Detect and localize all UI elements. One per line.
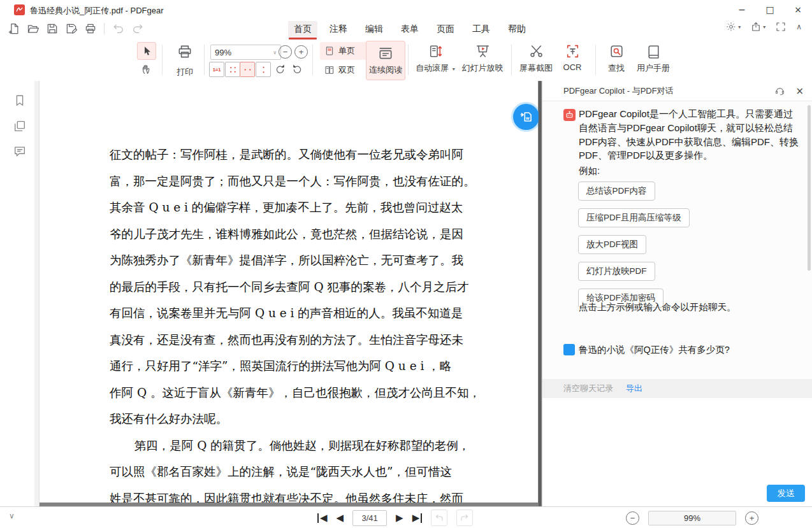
last-page-button[interactable]: ▶ <box>412 513 423 523</box>
copilot-scrollbar[interactable] <box>808 105 811 271</box>
auto-scroll-button[interactable]: 自动滚屏 ▾ <box>413 43 458 74</box>
zoom-combobox[interactable]: 99% ∨ <box>210 45 281 60</box>
single-page-button[interactable]: 单页 <box>320 42 368 60</box>
document-scrollbar[interactable] <box>539 81 541 506</box>
divider <box>595 45 596 75</box>
collapse-ribbon-button[interactable]: ∧ <box>796 22 802 31</box>
support-headset-icon[interactable] <box>774 85 785 96</box>
close-button[interactable]: × <box>784 0 812 19</box>
slideshow-button[interactable]: 幻灯片放映 <box>458 43 507 74</box>
select-tool-button[interactable] <box>137 42 156 60</box>
thumbnails-panel-button[interactable] <box>12 118 27 134</box>
example-zoom-button[interactable]: 放大PDF视图 <box>578 235 646 254</box>
tab-page[interactable]: 页面 <box>431 21 460 38</box>
status-bar: ∨ ◀ ◀ 3/41 ▶ ▶ − 99% + <box>0 506 812 528</box>
user-avatar <box>563 344 575 355</box>
pdfgear-logo-icon <box>14 4 25 15</box>
undo-button[interactable] <box>111 21 126 36</box>
first-page-button[interactable]: ◀ <box>317 513 328 523</box>
actual-size-button[interactable]: 1=1 <box>209 62 224 77</box>
copilot-title: PDFgear Copilot - 与PDF对话 <box>563 85 674 97</box>
chat-actions-bar: 清空聊天记录 导出 <box>542 379 812 398</box>
double-page-button[interactable]: 双页 <box>320 61 368 79</box>
single-page-label: 单页 <box>338 45 355 57</box>
tab-tools[interactable]: 工具 <box>467 21 496 38</box>
scissors-icon <box>528 43 544 59</box>
fit-height-button[interactable] <box>256 62 271 77</box>
document-line: 征文的帖子：写作阿桂，是武断的。又倘使他有一位老兄或令弟叫阿 <box>110 141 481 168</box>
clear-chat-link[interactable]: 清空聊天记录 <box>563 383 613 394</box>
print-label: 打印 <box>167 66 203 78</box>
tab-annotate[interactable]: 注释 <box>324 21 353 38</box>
example-slideshow-button[interactable]: 幻灯片放映PDF <box>578 262 655 281</box>
print-group[interactable]: 打印 <box>167 42 203 78</box>
caret-down-icon: ▾ <box>763 24 765 30</box>
status-zoom-in-button[interactable]: + <box>745 511 758 525</box>
tab-form[interactable]: 表单 <box>395 21 424 38</box>
fit-width-button[interactable] <box>240 62 255 77</box>
ocr-button[interactable]: OCR <box>556 43 589 72</box>
one-to-one-icon: 1=1 <box>213 67 221 73</box>
rotate-clockwise-button[interactable] <box>273 62 287 76</box>
user-manual-button[interactable]: 用户手册 <box>634 43 673 74</box>
copilot-close-button[interactable]: × <box>795 85 804 97</box>
save-as-button[interactable] <box>64 21 78 36</box>
chat-input-area[interactable]: 发送 <box>542 398 812 506</box>
tab-help[interactable]: 帮助 <box>502 21 532 38</box>
zoom-controls: − 99% + <box>626 507 758 528</box>
export-link[interactable]: 导出 <box>626 383 642 394</box>
share-button[interactable]: ▾ <box>750 21 765 32</box>
send-button[interactable]: 发送 <box>767 485 805 502</box>
document-line: 富，那一定是阿贵了；而他又只是一个人：写作阿贵，也没有佐证的。 <box>110 168 481 195</box>
zoom-out-button[interactable]: − <box>279 45 292 59</box>
slideshow-icon <box>475 43 491 59</box>
document-line: 为陈独秀办了《新青年》提倡洋字，所以国粹沦亡，无可查考了。我 <box>110 247 481 274</box>
open-file-button[interactable] <box>25 21 40 36</box>
single-page-icon <box>324 46 335 56</box>
page-number-input[interactable]: 3/41 <box>352 510 387 526</box>
document-line: 爷的儿子茂才先生，谁料博雅如此公，竟也茫然，但据结论说，是因 <box>110 221 481 248</box>
rotate-counterclockwise-button[interactable] <box>290 62 304 76</box>
status-zoom-level[interactable]: 99% <box>648 511 736 525</box>
find-label: 查找 <box>608 62 625 74</box>
zoom-in-button[interactable]: + <box>294 45 308 59</box>
find-button[interactable]: 查找 <box>600 43 632 74</box>
continuous-reading-label: 连续阅读 <box>369 64 402 76</box>
comments-panel-button[interactable] <box>12 144 27 159</box>
redo-button[interactable] <box>130 21 145 36</box>
print-quick-button[interactable] <box>83 21 98 36</box>
example-summarize-button[interactable]: 总结该PDF内容 <box>578 182 655 201</box>
example-compress-button[interactable]: 压缩PDF且用高压缩等级 <box>578 208 690 227</box>
maximize-button[interactable]: □ <box>756 0 784 19</box>
previous-page-button[interactable]: ◀ <box>337 513 344 523</box>
document-line: 姓是不甚可靠的，因此籍贯也就有些决不定。他虽然多住未庄，然而 <box>110 485 481 503</box>
hand-tool-button[interactable] <box>137 61 156 78</box>
divider <box>312 45 313 75</box>
next-view-button[interactable] <box>456 510 473 526</box>
tab-edit[interactable]: 编辑 <box>359 21 389 38</box>
theme-button[interactable]: ▾ <box>725 21 741 32</box>
minimize-button[interactable]: − <box>728 0 756 19</box>
menu-row: 首页 注释 编辑 表单 页面 工具 帮助 ▾ ▾ ∧ <box>0 19 812 39</box>
bookmarks-panel-button[interactable] <box>12 93 27 108</box>
chevron-down-icon: ∨ <box>273 50 277 55</box>
document-viewport[interactable]: 征文的帖子：写作阿桂，是武断的。又倘使他有一位老兄或令弟叫阿 富，那一定是阿贵了… <box>40 81 542 506</box>
document-line: 第四，是阿 Q 的籍贯了。倘他姓赵，则据现在好称郡望的老例， <box>110 432 481 459</box>
navigation-sidebar <box>0 81 40 506</box>
save-button[interactable] <box>45 21 59 36</box>
fit-page-button[interactable] <box>225 62 240 77</box>
previous-view-button[interactable] <box>431 510 447 526</box>
auto-scroll-icon <box>428 43 444 59</box>
new-file-button[interactable] <box>6 21 21 36</box>
tab-home[interactable]: 首页 <box>288 21 317 38</box>
screenshot-button[interactable]: 屏幕截图 <box>516 43 556 74</box>
next-page-button[interactable]: ▶ <box>396 513 403 523</box>
status-zoom-out-button[interactable]: − <box>626 511 639 525</box>
continuous-reading-button[interactable]: 连续阅读 <box>366 41 405 80</box>
printer-icon <box>167 42 203 61</box>
convert-to-word-button[interactable]: w <box>513 104 539 130</box>
fullscreen-button[interactable] <box>775 21 787 32</box>
caret-down-icon: ▾ <box>453 66 455 72</box>
collapse-sidebar-button[interactable]: ∨ <box>9 511 15 520</box>
svg-text:w: w <box>525 115 529 120</box>
